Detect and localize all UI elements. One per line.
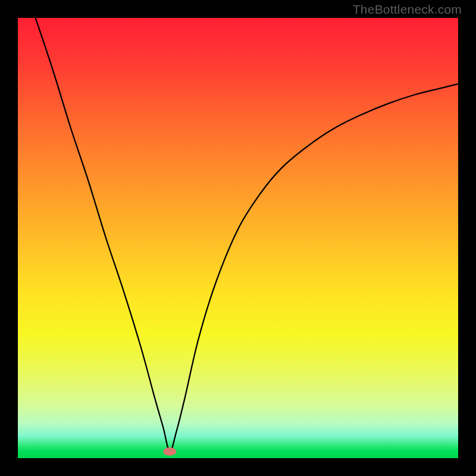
chart-frame: TheBottleneck.com bbox=[0, 0, 476, 476]
minimum-marker bbox=[163, 447, 176, 456]
attribution-text: TheBottleneck.com bbox=[353, 2, 462, 17]
bottleneck-curve bbox=[36, 18, 458, 452]
plot-area bbox=[18, 18, 458, 458]
curve-svg bbox=[18, 18, 458, 458]
